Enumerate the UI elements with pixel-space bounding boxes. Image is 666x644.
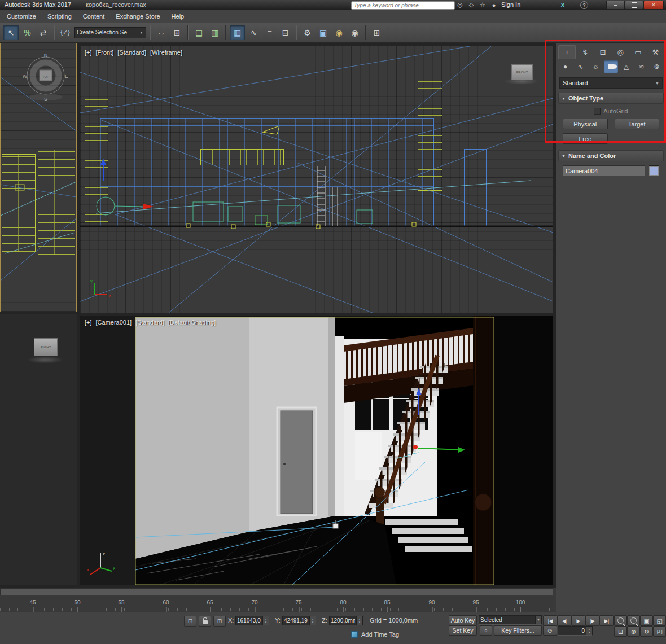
minimize-button[interactable]: –	[606, 1, 625, 10]
keyword-search-box[interactable]	[351, 1, 455, 10]
spinner[interactable]: ▴▾	[309, 616, 316, 625]
viewport-shading-label[interactable]: [Wireframe]	[150, 49, 182, 56]
set-key-button[interactable]: Set Key	[449, 625, 477, 636]
free-camera-button[interactable]: Free	[563, 133, 608, 144]
favorites-icon[interactable]: ☆	[477, 1, 488, 9]
spin-down-icon[interactable]: ▾	[359, 621, 361, 624]
viewcube-right[interactable]: RIGHT	[34, 338, 58, 356]
category-systems-icon[interactable]: ⊚	[650, 60, 664, 73]
viewport-style-label[interactable]: [Standard]	[117, 49, 146, 56]
object-name-input[interactable]	[563, 166, 645, 176]
ribbon-toggle-icon[interactable]: ▦	[230, 25, 245, 40]
align-icon[interactable]: ⊞	[170, 25, 184, 40]
tab-create[interactable]: +	[558, 45, 576, 59]
y-coordinate-input[interactable]	[283, 617, 309, 624]
state-sets-icon[interactable]: ⊞	[370, 25, 384, 40]
key-filters-button[interactable]: Key Filters...	[494, 625, 542, 636]
category-lights-icon[interactable]: ☼	[589, 60, 603, 73]
menu-help[interactable]: Help	[166, 11, 190, 21]
tab-hierarchy[interactable]: ⊟	[594, 46, 611, 59]
viewport-view-label[interactable]: [Front]	[96, 49, 114, 56]
coordinate-display-icon[interactable]: ⊞	[213, 616, 226, 627]
curve-editor-icon[interactable]: ∿	[247, 25, 261, 40]
help-icon[interactable]: ?	[580, 1, 588, 9]
zoom-extents-all-icon[interactable]: ◱	[653, 615, 666, 626]
object-name-field[interactable]	[563, 165, 645, 176]
user-icon[interactable]: ●	[489, 1, 499, 9]
selection-set-dropdown[interactable]: Create Selection Se ▼	[74, 27, 146, 38]
tab-modify[interactable]: ↯	[577, 46, 593, 59]
tab-display[interactable]: ▭	[630, 46, 646, 59]
go-to-end-button[interactable]: ▶|	[599, 615, 614, 626]
z-coordinate-input[interactable]	[330, 617, 356, 624]
compass-north[interactable]: N	[44, 52, 48, 58]
set-keys-icon[interactable]: ○	[480, 625, 492, 636]
viewport-camera[interactable]: [+] [Camera001] [Standard] [Default Shad…	[80, 316, 553, 585]
render-production-icon[interactable]: ◉	[332, 25, 346, 40]
object-color-swatch[interactable]	[649, 165, 659, 176]
layer-manager-icon[interactable]: ▤	[192, 25, 206, 40]
scene-explorer-icon[interactable]: ▥	[208, 25, 222, 40]
track-bar[interactable]	[0, 588, 553, 595]
viewport-front[interactable]: [+] [Front] [Standard] [Wireframe] FRONT	[80, 46, 553, 313]
viewport-view-label[interactable]: [Camera001]	[96, 319, 132, 326]
orbit-icon[interactable]: ↻	[640, 626, 653, 637]
zoom-region-icon[interactable]: ⊡	[614, 626, 627, 637]
autogrid-checkbox[interactable]	[594, 108, 601, 115]
time-ruler[interactable]: 45 50 55 60 65 70 75 80 85 90 95 100	[0, 597, 553, 612]
keyword-search-input[interactable]	[352, 2, 454, 9]
select-and-manipulate-icon[interactable]: %	[20, 25, 34, 40]
viewport-style-label[interactable]: [Standard]	[135, 319, 164, 326]
maximize-viewport-toggle-icon[interactable]: ◰	[653, 626, 666, 637]
y-coordinate-field[interactable]: ▴▾	[282, 616, 316, 625]
current-frame-input[interactable]	[558, 628, 586, 634]
auto-key-button[interactable]: Auto Key	[449, 615, 477, 625]
category-shapes-icon[interactable]: ∿	[573, 60, 588, 73]
name-color-header[interactable]: ▼ Name and Color	[558, 150, 664, 161]
viewport-left-top[interactable]: TOP N W E S	[0, 43, 77, 312]
category-cameras-icon[interactable]	[604, 60, 618, 73]
menu-content[interactable]: Content	[77, 11, 111, 21]
spinner[interactable]: ▴▾	[356, 616, 362, 625]
close-button[interactable]: ×	[643, 1, 664, 10]
compass-east[interactable]: E	[65, 73, 68, 79]
previous-frame-button[interactable]: ◀|	[557, 615, 571, 626]
key-icon[interactable]: ◇	[466, 1, 476, 9]
pan-view-icon[interactable]: ⊕	[627, 626, 640, 637]
render-setup-icon[interactable]: ⚙	[300, 25, 314, 40]
viewport-left-bottom[interactable]: RIGHT	[0, 314, 77, 585]
object-type-header[interactable]: ▼ Object Type	[558, 93, 664, 104]
spin-down-icon[interactable]: ▾	[312, 621, 314, 624]
play-button[interactable]: ▶	[571, 615, 585, 626]
maximize-button[interactable]	[625, 1, 643, 10]
spinner[interactable]: ▴▾	[586, 627, 592, 635]
zoom-extents-icon[interactable]: ▣	[640, 615, 653, 626]
current-frame-field[interactable]: ▴▾	[558, 626, 593, 636]
tab-motion[interactable]: ◎	[612, 46, 629, 59]
isolate-selection-icon[interactable]: ⊡	[184, 616, 196, 627]
z-coordinate-field[interactable]: ▴▾	[329, 616, 363, 625]
rendered-frame-window-icon[interactable]: ▣	[316, 25, 330, 40]
select-object-icon[interactable]: ↖	[3, 25, 19, 40]
spinner[interactable]: ▴▾	[262, 616, 269, 625]
object-class-dropdown[interactable]: Standard ▼	[559, 77, 663, 89]
tab-utilities[interactable]: ⚒	[647, 46, 664, 59]
category-helpers-icon[interactable]: △	[619, 60, 633, 73]
search-directory-icon[interactable]: ◎	[455, 1, 465, 9]
zoom-icon[interactable]	[614, 615, 627, 626]
add-time-tag[interactable]: Add Time Tag	[361, 631, 399, 638]
menu-exchange-store[interactable]: Exchange Store	[110, 11, 165, 21]
go-to-start-button[interactable]: |◀	[543, 615, 557, 626]
next-frame-button[interactable]: |▶	[585, 615, 599, 626]
spin-down-icon[interactable]: ▾	[589, 631, 590, 634]
schematic-view-icon[interactable]: ⊟	[278, 25, 292, 40]
sign-in-link[interactable]: Sign In	[501, 1, 520, 8]
mirror-icon[interactable]: ⇔	[154, 25, 168, 40]
category-geometry-icon[interactable]: ●	[558, 60, 572, 73]
target-camera-button[interactable]: Target	[615, 119, 660, 129]
select-similar-icon[interactable]: ⇄	[36, 25, 50, 40]
render-iterative-icon[interactable]: ◉	[348, 25, 362, 40]
viewport-menu-plus[interactable]: [+]	[85, 49, 92, 56]
viewport-shading-label[interactable]: [Default Shading]	[168, 319, 216, 326]
key-clock-icon[interactable]: ◷	[543, 625, 557, 636]
